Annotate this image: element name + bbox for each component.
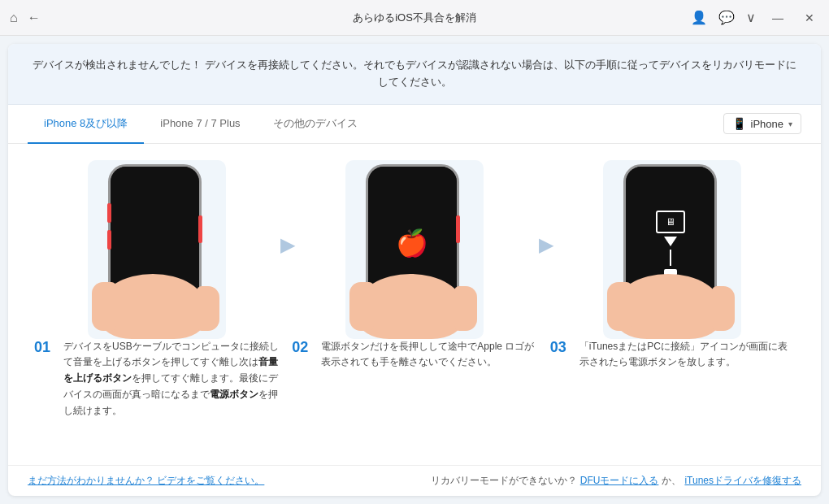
connect-line-icon [670,250,671,266]
footer-right: リカバリーモードができないか？ DFUモードに入る か、 iTunesドライバを… [431,474,801,488]
step-2-illustration: 🍎 [345,160,484,339]
tab-other-devices[interactable]: その他のデバイス [257,105,374,144]
recovery-prefix-text: リカバリーモードができないか？ [431,474,577,488]
titlebar-left: ⌂ ← [10,11,41,25]
hand-thumb-left-step3 [607,282,632,331]
main-window: デバイスが検出されませんでした！ デバイスを再接続してください。それでもデバイス… [8,44,821,496]
vol-down-button-indicator [107,230,111,250]
home-icon[interactable]: ⌂ [10,11,18,25]
step-2-desc: 02 電源ボタンだけを長押しして途中でApple ロゴが表示されても手を離さない… [285,339,543,371]
vol-up-button-indicator [107,203,111,223]
hand-thumb-right-step2 [454,286,477,331]
power-button-indicator-step2 [456,215,460,243]
hand-thumb-left-step2 [349,282,374,331]
video-help-link[interactable]: まだ方法がわかりませんか？ ビデオをご覧ください。 [28,475,264,486]
step-3-number: 03 [550,339,573,371]
step-1-illustration [88,160,226,339]
step-1-column: 01 デバイスをUSBケーブルでコンピュータに接続して音量を上げるボタンを押して… [28,160,285,449]
hand-thumb-right-step3 [712,286,735,331]
hand-thumb-left-step1 [92,282,116,331]
monitor-icon: 🖥 [666,216,675,228]
tab-iphone7[interactable]: iPhone 7 / 7 Plus [144,105,256,144]
chat-icon[interactable]: 💬 [718,10,735,25]
hand-thumb-right-step1 [197,286,219,331]
steps-area: 01 デバイスをUSBケーブルでコンピュータに接続して音量を上げるボタンを押して… [8,144,821,465]
step-2-column: 🍎 02 電源ボタンだけを長押しして途中でApple ロゴが表示されても手を離さ… [285,160,543,449]
back-icon[interactable]: ← [28,11,41,25]
app-title: あらゆるiOS不具合を解消 [353,11,476,25]
step-2-number: 02 [292,339,315,371]
itunes-box-icon: 🖥 [656,211,685,233]
connect-arrow-icon [664,237,677,246]
step-2-text: 電源ボタンだけを長押しして途中でApple ロゴが表示されても手を離さないでくだ… [321,339,536,371]
titlebar-right: 👤 💬 ∨ — ✕ [691,10,819,26]
tab-iphone8[interactable]: iPhone 8及び以降 [28,105,144,144]
step-3-text: 「iTunesまたはPCに接続」アイコンが画面に表示されたら電源ボタンを放します… [579,339,795,371]
close-button[interactable]: ✕ [800,10,819,26]
power-button-indicator [198,215,202,243]
apple-logo-icon: 🍎 [396,228,428,259]
step-3-column: 🖥 03 「iTunesまたはPCに接続」アイコンが画面に表示されたら電源ボ [544,160,801,449]
footer: まだ方法がわかりませんか？ ビデオをご覧ください。 リカバリーモードができないか… [8,465,821,496]
warning-text: デバイスが検出されませんでした！ デバイスを再接続してください。それでもデバイス… [33,59,796,88]
step-3-desc: 03 「iTunesまたはPCに接続」アイコンが画面に表示されたら電源ボタンを放… [544,339,801,371]
footer-left: まだ方法がわかりませんか？ ビデオをご覧ください。 [28,474,264,488]
device-label: iPhone [751,118,783,130]
dfu-mode-link[interactable]: DFUモードに入る [580,474,659,488]
minimize-button[interactable]: — [767,10,788,26]
warning-banner: デバイスが検出されませんでした！ デバイスを再接続してください。それでもデバイス… [8,44,821,105]
titlebar: ⌂ ← あらゆるiOS不具合を解消 👤 💬 ∨ — ✕ [0,0,829,36]
expand-icon[interactable]: ∨ [746,10,756,25]
step-1-desc: 01 デバイスをUSBケーブルでコンピュータに接続して音量を上げるボタンを押して… [28,339,285,419]
itunes-repair-link[interactable]: iTunesドライバを修復する [684,474,801,488]
user-icon[interactable]: 👤 [691,10,707,25]
device-selector[interactable]: 📱 iPhone ▾ [723,113,801,134]
footer-separator: か、 [662,474,681,488]
step-1-number: 01 [34,339,57,419]
step-3-illustration: 🖥 [603,160,741,339]
tabs-left: iPhone 8及び以降 iPhone 7 / 7 Plus その他のデバイス [28,105,723,143]
chevron-down-icon: ▾ [788,119,792,128]
phone-icon: 📱 [732,117,746,130]
step-1-text: デバイスをUSBケーブルでコンピュータに接続して音量を上げるボタンを押してすぐ離… [63,339,279,419]
tabs-row: iPhone 8及び以降 iPhone 7 / 7 Plus その他のデバイス … [8,105,821,144]
